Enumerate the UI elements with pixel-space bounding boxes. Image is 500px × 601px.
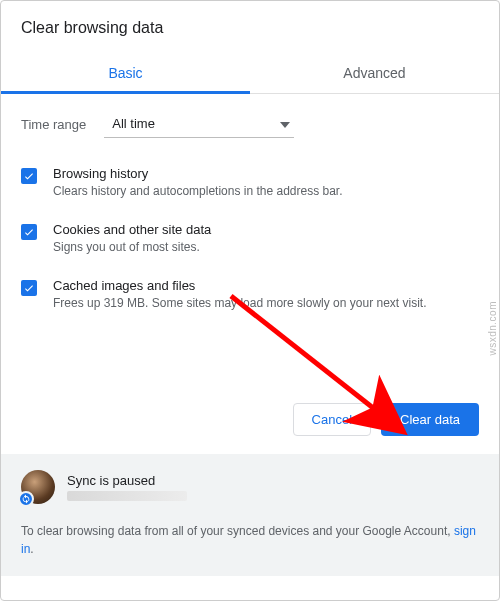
check-icon — [23, 170, 35, 182]
option-text: Browsing history Clears history and auto… — [53, 166, 343, 200]
check-icon — [23, 282, 35, 294]
option-cookies[interactable]: Cookies and other site data Signs you ou… — [21, 222, 479, 256]
footer-note-text: To clear browsing data from all of your … — [21, 524, 454, 538]
tab-basic[interactable]: Basic — [1, 55, 250, 93]
checkbox-cookies[interactable] — [21, 224, 37, 240]
option-text: Cookies and other site data Signs you ou… — [53, 222, 211, 256]
chevron-down-icon — [280, 116, 290, 131]
avatar — [21, 470, 55, 504]
button-row: Cancel Clear data — [1, 403, 499, 436]
option-title: Browsing history — [53, 166, 343, 181]
footer-note-period: . — [30, 542, 33, 556]
checkbox-cache[interactable] — [21, 280, 37, 296]
cancel-button[interactable]: Cancel — [293, 403, 371, 436]
watermark: wsxdn.com — [488, 301, 499, 356]
option-desc: Clears history and autocompletions in th… — [53, 183, 343, 200]
option-title: Cached images and files — [53, 278, 426, 293]
footer: Sync is paused To clear browsing data fr… — [1, 454, 499, 576]
dialog-title: Clear browsing data — [1, 1, 499, 55]
option-text: Cached images and files Frees up 319 MB.… — [53, 278, 426, 312]
tab-bar: Basic Advanced — [1, 55, 499, 94]
tab-advanced[interactable]: Advanced — [250, 55, 499, 93]
option-desc: Signs you out of most sites. — [53, 239, 211, 256]
sync-row: Sync is paused — [21, 470, 479, 504]
option-desc: Frees up 319 MB. Some sites may load mor… — [53, 295, 426, 312]
time-range-label: Time range — [21, 117, 86, 132]
sync-email-redacted — [67, 491, 187, 501]
sync-text: Sync is paused — [67, 473, 187, 501]
checkbox-browsing-history[interactable] — [21, 168, 37, 184]
time-range-value: All time — [112, 116, 155, 131]
option-browsing-history[interactable]: Browsing history Clears history and auto… — [21, 166, 479, 200]
option-title: Cookies and other site data — [53, 222, 211, 237]
time-range-row: Time range All time — [21, 110, 479, 138]
clear-data-button[interactable]: Clear data — [381, 403, 479, 436]
dialog-body: Time range All time Browsing history Cle… — [1, 94, 499, 311]
check-icon — [23, 226, 35, 238]
footer-note: To clear browsing data from all of your … — [21, 522, 479, 558]
time-range-select[interactable]: All time — [104, 110, 294, 138]
option-cache[interactable]: Cached images and files Frees up 319 MB.… — [21, 278, 479, 312]
sync-pause-icon — [18, 491, 34, 507]
sync-status: Sync is paused — [67, 473, 187, 488]
